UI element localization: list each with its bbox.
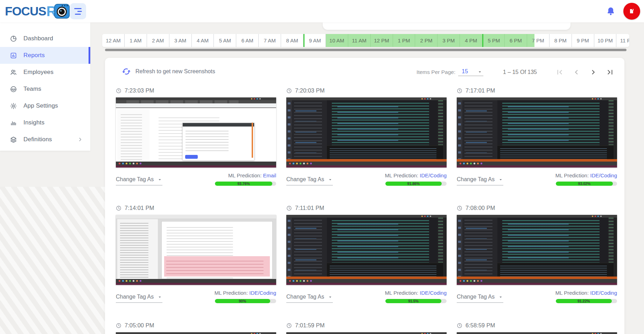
previous-page-icon[interactable] xyxy=(572,68,581,77)
timeline-hour[interactable]: 10 AM xyxy=(326,34,348,47)
refresh-button[interactable]: Refresh to get new Screenshots xyxy=(122,67,215,76)
chevron-right-icon xyxy=(78,137,83,142)
timeline-hour[interactable]: 1 AM xyxy=(125,34,147,47)
bar-report-icon xyxy=(10,52,17,59)
pagination-controls xyxy=(555,68,615,77)
screenshot-card: 7:23:03 PM Change Tag As ML Prediction: … xyxy=(116,87,276,186)
caret-down-icon xyxy=(498,177,503,182)
change-tag-dropdown[interactable]: Change Tag As xyxy=(457,176,503,185)
ml-prediction: ML Prediction: IDE/Coding xyxy=(555,290,617,296)
timeline-scrollbar[interactable] xyxy=(105,49,626,51)
prediction-tag-link[interactable]: IDE/Coding xyxy=(420,290,447,296)
clock-icon xyxy=(457,205,462,211)
timeline-hour[interactable]: 6 AM xyxy=(236,34,259,47)
sidebar-item-employees[interactable]: Employees xyxy=(0,64,90,81)
screenshot-timestamp: 6:58:59 PM xyxy=(457,322,617,329)
change-tag-dropdown[interactable]: Change Tag As xyxy=(286,294,333,303)
timeline-hour[interactable]: 12 PM xyxy=(371,34,393,47)
screenshots-grid: 7:23:03 PM Change Tag As ML Prediction: … xyxy=(116,87,624,334)
timeline-hour[interactable]: 7 AM xyxy=(259,34,281,47)
timeline-hour[interactable]: 5 PM xyxy=(482,34,505,47)
prediction-tag-link[interactable]: IDE/Coding xyxy=(420,172,447,178)
screenshot-timestamp: 7:17:01 PM xyxy=(457,87,617,94)
refresh-icon xyxy=(122,67,131,76)
screenshot-thumbnail[interactable] xyxy=(286,332,447,334)
prediction-tag-link[interactable]: IDE/Coding xyxy=(249,290,276,296)
ml-prediction: ML Prediction: IDE/Coding xyxy=(215,290,276,296)
clock-icon xyxy=(286,323,292,328)
smiley-icon xyxy=(10,86,17,93)
change-tag-dropdown[interactable]: Change Tag As xyxy=(286,176,333,185)
sidebar-item-teams[interactable]: Teams xyxy=(0,81,90,97)
timeline-hour[interactable]: 2 AM xyxy=(147,34,169,47)
prediction-tag-link[interactable]: Email xyxy=(263,172,276,178)
timeline-hour[interactable]: 12 AM xyxy=(102,34,125,47)
sidebar-item-insights[interactable]: Insights xyxy=(0,114,90,131)
timeline-hour[interactable]: 4 PM xyxy=(460,34,482,47)
timeline-hour[interactable]: 7 PM xyxy=(527,34,550,47)
sidebar-item-app-settings[interactable]: App Settings xyxy=(0,97,90,114)
timeline-hour[interactable]: 6 PM xyxy=(505,34,527,47)
screenshot-card: 7:20:03 PM Change Tag As ML Prediction: … xyxy=(286,87,447,186)
items-per-page-select[interactable]: 15 xyxy=(458,68,483,76)
change-tag-dropdown[interactable]: Change Tag As xyxy=(116,176,162,185)
prediction-tag-link[interactable]: IDE/Coding xyxy=(590,172,617,178)
last-page-icon[interactable] xyxy=(606,68,615,77)
screenshot-thumbnail[interactable] xyxy=(286,97,447,168)
screenshot-thumbnail[interactable] xyxy=(457,332,617,334)
screenshot-thumbnail[interactable] xyxy=(116,97,276,168)
notification-bell-icon[interactable] xyxy=(606,6,616,16)
next-page-icon[interactable] xyxy=(589,68,598,77)
sidebar-item-label: Definitions xyxy=(23,136,52,143)
timeline-hour[interactable]: 2 PM xyxy=(415,34,438,47)
sidebar-item-definitions[interactable]: Definitions xyxy=(0,131,90,148)
change-tag-dropdown[interactable]: Change Tag As xyxy=(116,294,162,303)
ml-prediction: ML Prediction: IDE/Coding xyxy=(385,172,447,178)
sidebar-item-dashboard[interactable]: Dashboard xyxy=(0,30,90,47)
prediction-tag-link[interactable]: IDE/Coding xyxy=(590,290,617,296)
screenshot-card: 7:14:01 PM Change Tag As ML Prediction: … xyxy=(116,205,276,303)
hamburger-menu-button[interactable] xyxy=(70,3,86,19)
timeline-hour[interactable]: 4 AM xyxy=(192,34,214,47)
caret-down-icon xyxy=(477,69,483,75)
timeline-hour[interactable]: 9 AM xyxy=(303,34,326,47)
caret-down-icon xyxy=(157,294,162,300)
sidebar-nav: Dashboard Reports Employees Teams App Se… xyxy=(0,22,90,151)
sidebar-item-label: Insights xyxy=(23,119,44,126)
top-panel xyxy=(323,22,570,30)
confidence-bar: 91.22% xyxy=(556,299,617,303)
screenshot-thumbnail[interactable] xyxy=(116,215,276,285)
screenshot-timestamp: 7:14:01 PM xyxy=(116,205,276,211)
screenshot-thumbnail[interactable] xyxy=(457,215,617,285)
timeline-hour[interactable]: 3 PM xyxy=(438,34,460,47)
timeline-hour[interactable]: 11 AM xyxy=(348,34,371,47)
screenshot-thumbnail[interactable] xyxy=(286,215,447,285)
caret-down-icon xyxy=(328,177,333,182)
screenshot-timestamp: 7:20:03 PM xyxy=(286,87,447,94)
user-avatar[interactable] xyxy=(623,3,640,20)
ml-prediction: ML Prediction: IDE/Coding xyxy=(385,290,447,296)
screenshot-timestamp: 7:23:03 PM xyxy=(116,87,276,94)
sidebar-item-reports[interactable]: Reports xyxy=(0,47,90,64)
focusro-logo[interactable]: FOCUSR xyxy=(5,3,70,19)
timeline-hour[interactable]: 8 AM xyxy=(281,34,303,47)
timeline-hour[interactable]: 3 AM xyxy=(169,34,192,47)
sidebar-item-label: App Settings xyxy=(23,102,58,109)
caret-down-icon xyxy=(157,177,162,182)
screenshot-thumbnail[interactable] xyxy=(457,97,617,168)
gear-icon xyxy=(10,102,17,110)
timeline-hour[interactable]: 10 PM xyxy=(594,34,617,47)
timeline-hour[interactable]: 1 PM xyxy=(393,34,415,47)
screenshot-thumbnail[interactable] xyxy=(116,332,276,334)
change-tag-dropdown[interactable]: Change Tag As xyxy=(457,294,503,303)
caret-down-icon xyxy=(328,294,333,300)
timeline-hour[interactable]: 9 PM xyxy=(572,34,594,47)
screenshot-card: 6:58:59 PM xyxy=(457,322,617,334)
screenshot-card: 7:01:59 PM xyxy=(286,322,447,334)
clock-icon xyxy=(116,205,121,211)
first-page-icon[interactable] xyxy=(555,68,564,77)
timeline-hour[interactable]: 8 PM xyxy=(550,34,572,47)
confidence-bar: 93.02% xyxy=(556,182,617,186)
timeline-hour[interactable]: 5 AM xyxy=(214,34,236,47)
timeline-hour[interactable]: 11 PM xyxy=(616,34,629,47)
